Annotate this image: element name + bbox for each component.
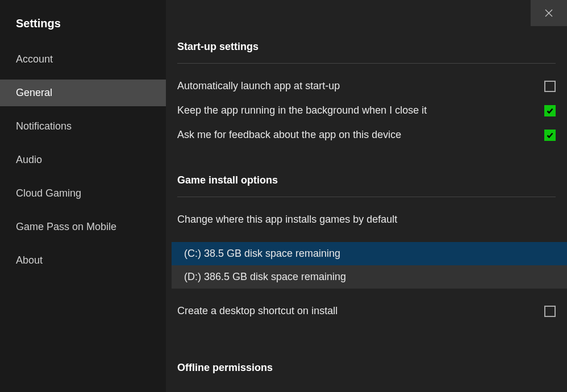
setting-auto-launch: Automatically launch app at start-up	[177, 74, 556, 98]
section-title-install: Game install options	[177, 174, 556, 186]
setting-label: Change where this app installs games by …	[177, 214, 397, 226]
divider	[177, 197, 556, 197]
page-title: Settings	[0, 11, 166, 46]
setting-label: Ask me for feedback about the app on thi…	[177, 129, 401, 141]
setting-label: Keep the app running in the background w…	[177, 105, 427, 116]
setting-feedback: Ask me for feedback about the app on thi…	[177, 123, 556, 147]
sidebar-item-account[interactable]: Account	[0, 46, 166, 73]
check-icon	[546, 107, 554, 115]
setting-label: Create a desktop shortcut on install	[177, 305, 337, 317]
sidebar-item-cloud-gaming[interactable]: Cloud Gaming	[0, 180, 166, 207]
sidebar: Settings Account General Notifications A…	[0, 0, 166, 392]
sidebar-item-audio[interactable]: Audio	[0, 147, 166, 173]
sidebar-item-notifications[interactable]: Notifications	[0, 113, 166, 140]
drive-option-c[interactable]: (C:) 38.5 GB disk space remaining	[172, 242, 567, 265]
drive-dropdown[interactable]: (C:) 38.5 GB disk space remaining (D:) 3…	[172, 242, 567, 289]
close-button[interactable]	[531, 0, 567, 26]
checkbox-auto-launch[interactable]	[544, 81, 556, 92]
setting-shortcut: Create a desktop shortcut on install	[177, 299, 556, 323]
sidebar-item-game-pass-mobile[interactable]: Game Pass on Mobile	[0, 214, 166, 240]
check-icon	[546, 131, 554, 139]
divider	[177, 63, 556, 64]
checkbox-shortcut[interactable]	[544, 306, 556, 317]
section-title-offline: Offline permissions	[177, 362, 556, 374]
sidebar-item-general[interactable]: General	[0, 80, 166, 106]
checkbox-feedback[interactable]	[544, 130, 556, 141]
content-panel: Start-up settings Automatically launch a…	[166, 0, 567, 392]
sidebar-item-about[interactable]: About	[0, 247, 166, 274]
setting-change-location: Change where this app installs games by …	[177, 207, 556, 232]
drive-option-d[interactable]: (D:) 386.5 GB disk space remaining	[172, 265, 567, 289]
section-title-startup: Start-up settings	[177, 41, 556, 53]
checkbox-keep-running[interactable]	[544, 105, 556, 116]
close-icon	[545, 9, 553, 17]
setting-keep-running: Keep the app running in the background w…	[177, 98, 556, 123]
setting-label: Automatically launch app at start-up	[177, 80, 340, 92]
